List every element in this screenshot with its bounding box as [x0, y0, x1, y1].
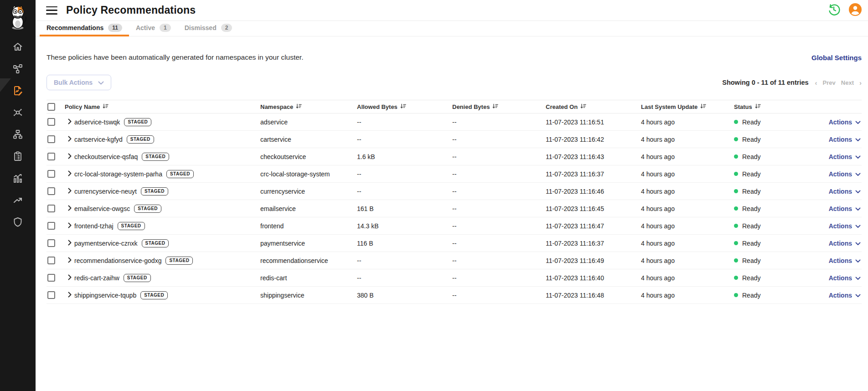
select-all-checkbox[interactable] [47, 103, 55, 111]
sidebar-item-policy-recommendations[interactable] [12, 85, 24, 98]
next-button[interactable]: Next [841, 79, 854, 86]
policy-name[interactable]: paymentservice-cznxk [74, 240, 138, 247]
column-header-policy-name[interactable]: Policy Name [65, 103, 260, 110]
status-label: Ready [742, 170, 760, 178]
actions-button[interactable]: Actions [825, 257, 862, 264]
status-label: Ready [742, 222, 760, 230]
expand-row-button[interactable] [65, 187, 74, 196]
sort-icon[interactable] [700, 103, 706, 110]
staged-badge: STAGED [142, 153, 169, 161]
actions-button[interactable]: Actions [825, 240, 862, 247]
last-system-update-cell: 4 hours ago [641, 222, 734, 230]
row-checkbox[interactable] [47, 239, 55, 247]
actions-button[interactable]: Actions [825, 136, 862, 143]
column-header-created-on[interactable]: Created On [546, 103, 641, 110]
policy-name[interactable]: recommendationservice-godxg [74, 257, 161, 264]
clipboard-icon [12, 151, 23, 164]
column-header-namespace[interactable]: Namespace [260, 103, 357, 110]
status-label: Ready [742, 205, 760, 212]
sort-icon[interactable] [103, 103, 108, 110]
column-header-last-system-update[interactable]: Last System Update [641, 103, 734, 110]
actions-button[interactable]: Actions [825, 188, 862, 195]
row-checkbox[interactable] [47, 205, 55, 212]
sort-icon[interactable] [580, 103, 586, 110]
row-checkbox[interactable] [47, 170, 55, 178]
expand-row-button[interactable] [65, 239, 74, 247]
expand-row-button[interactable] [65, 205, 74, 213]
row-checkbox[interactable] [47, 222, 55, 230]
row-checkbox[interactable] [47, 291, 55, 299]
namespace-cell: checkoutservice [260, 153, 357, 160]
history-button[interactable] [827, 3, 841, 18]
policy-name[interactable]: redis-cart-zaihw [74, 274, 119, 282]
expand-row-button[interactable] [65, 170, 74, 178]
sidebar-item-trends[interactable] [12, 195, 24, 207]
policy-name[interactable]: crc-local-storage-system-parha [74, 170, 162, 178]
row-checkbox[interactable] [47, 135, 55, 143]
policy-name[interactable]: emailservice-owgsc [74, 205, 130, 212]
sidebar-item-security[interactable] [12, 216, 24, 229]
status-cell: Ready [734, 153, 825, 160]
expand-row-button[interactable] [65, 274, 74, 282]
tab-active[interactable]: Active 1 [129, 21, 178, 36]
actions-label: Actions [829, 222, 852, 230]
row-checkbox[interactable] [47, 118, 55, 126]
prev-chevron-icon[interactable]: ‹ [815, 79, 817, 87]
status-ready-dot-icon [734, 293, 738, 297]
row-checkbox[interactable] [47, 257, 55, 264]
expand-row-button[interactable] [65, 222, 74, 230]
last-system-update-cell: 4 hours ago [641, 136, 734, 143]
sidebar-item-home[interactable] [12, 41, 24, 54]
expand-row-button[interactable] [65, 291, 74, 299]
actions-button[interactable]: Actions [825, 222, 862, 230]
sort-icon[interactable] [400, 103, 406, 110]
expand-row-button[interactable] [65, 153, 74, 161]
sidebar-item-sitemap[interactable] [12, 129, 24, 141]
actions-button[interactable]: Actions [825, 170, 862, 178]
actions-button[interactable]: Actions [825, 274, 862, 282]
actions-button[interactable]: Actions [825, 118, 862, 126]
policy-name[interactable]: cartservice-kgfyd [74, 136, 123, 143]
policy-name[interactable]: currencyservice-neuyt [74, 188, 137, 195]
row-checkbox[interactable] [47, 274, 55, 282]
tab-dismissed[interactable]: Dismissed 2 [178, 21, 239, 36]
expand-row-button[interactable] [65, 257, 74, 265]
prev-button[interactable]: Prev [823, 79, 836, 86]
bulk-actions-button[interactable]: Bulk Actions [46, 75, 111, 90]
policy-name[interactable]: shippingservice-tqupb [74, 292, 136, 299]
actions-button[interactable]: Actions [825, 292, 862, 299]
chevron-down-icon [855, 170, 861, 178]
sort-icon[interactable] [296, 103, 302, 110]
namespace-cell: frontend [260, 222, 357, 230]
chevron-down-icon [855, 118, 861, 126]
policy-name[interactable]: frontend-tzhaj [74, 222, 114, 230]
cat-mascot-logo[interactable] [0, 0, 36, 36]
sidebar-item-metrics[interactable] [12, 173, 24, 185]
menu-button[interactable] [46, 6, 57, 15]
sidebar-item-network-hub[interactable] [12, 107, 24, 119]
column-header-allowed-bytes[interactable]: Allowed Bytes [357, 103, 452, 110]
column-header-denied-bytes[interactable]: Denied Bytes [452, 103, 546, 110]
expand-row-button[interactable] [65, 135, 74, 144]
row-checkbox[interactable] [47, 187, 55, 195]
sidebar-item-topology[interactable] [12, 63, 24, 76]
bar-chart-icon [12, 173, 23, 185]
actions-button[interactable]: Actions [825, 153, 862, 160]
actions-label: Actions [829, 136, 852, 143]
actions-button[interactable]: Actions [825, 205, 862, 212]
tab-recommendations[interactable]: Recommendations 11 [40, 21, 129, 36]
sidebar-item-audit-logs[interactable] [12, 151, 24, 163]
status-label: Ready [742, 274, 760, 282]
hub-icon [12, 107, 23, 120]
global-settings-link[interactable]: Global Settings [811, 54, 862, 62]
policy-name[interactable]: checkoutservice-qsfaq [74, 153, 138, 160]
sort-icon[interactable] [755, 103, 761, 110]
user-menu-button[interactable] [848, 3, 863, 18]
row-checkbox[interactable] [47, 153, 55, 160]
policy-name[interactable]: adservice-tswqk [74, 118, 120, 126]
expand-row-button[interactable] [65, 118, 74, 126]
sort-icon[interactable] [492, 103, 498, 110]
namespace-cell: currencyservice [260, 188, 357, 195]
next-chevron-icon[interactable]: › [859, 79, 862, 87]
column-header-status[interactable]: Status [734, 103, 825, 110]
